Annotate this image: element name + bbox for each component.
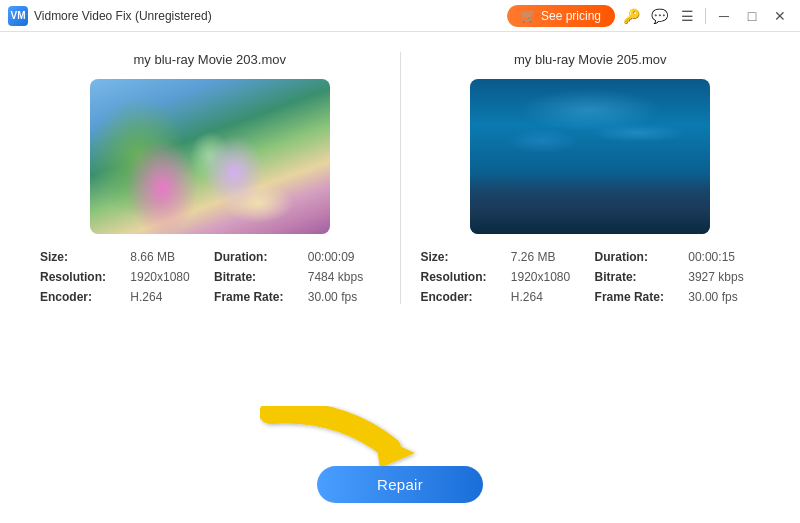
left-framerate-label: Frame Rate: [214,290,300,304]
titlebar-controls: 🛒 See pricing 🔑 💬 ☰ ─ □ ✕ [507,4,792,28]
app-logo: VM [8,6,28,26]
right-resolution-label: Resolution: [421,270,503,284]
left-encoder-value: H.264 [130,290,206,304]
main-content: my blu-ray Movie 203.mov Size: 8.66 MB D… [0,32,800,523]
right-framerate-label: Frame Rate: [595,290,681,304]
repair-button[interactable]: Repair [317,466,483,503]
left-meta: Size: 8.66 MB Duration: 00:00:09 Resolut… [30,250,390,304]
close-button[interactable]: ✕ [768,4,792,28]
right-size-value: 7.26 MB [511,250,587,264]
right-bitrate-label: Bitrate: [595,270,681,284]
maximize-button[interactable]: □ [740,4,764,28]
right-thumbnail [470,79,710,234]
titlebar-left: VM Vidmore Video Fix (Unregistered) [8,6,212,26]
left-duration-value: 00:00:09 [308,250,380,264]
key-icon: 🔑 [623,8,640,24]
right-meta: Size: 7.26 MB Duration: 00:00:15 Resolut… [411,250,771,304]
left-resolution-value: 1920x1080 [130,270,206,284]
left-thumbnail [90,79,330,234]
right-duration-label: Duration: [595,250,681,264]
left-size-label: Size: [40,250,122,264]
panel-divider [400,52,401,304]
message-button[interactable]: 💬 [647,4,671,28]
app-title: Vidmore Video Fix (Unregistered) [34,9,212,23]
left-resolution-label: Resolution: [40,270,122,284]
message-icon: 💬 [651,8,668,24]
left-duration-label: Duration: [214,250,300,264]
see-pricing-button[interactable]: 🛒 See pricing [507,5,615,27]
right-video-panel: my blu-ray Movie 205.mov Size: 7.26 MB D… [411,52,771,304]
bottom-area: Repair [30,403,770,503]
left-filename: my blu-ray Movie 203.mov [134,52,286,67]
separator [705,8,706,24]
cart-icon: 🛒 [521,9,536,23]
key-button[interactable]: 🔑 [619,4,643,28]
right-duration-value: 00:00:15 [688,250,760,264]
see-pricing-label: See pricing [541,9,601,23]
right-encoder-label: Encoder: [421,290,503,304]
right-size-label: Size: [421,250,503,264]
right-encoder-value: H.264 [511,290,587,304]
close-icon: ✕ [774,8,786,24]
videos-row: my blu-ray Movie 203.mov Size: 8.66 MB D… [30,52,770,304]
menu-button[interactable]: ☰ [675,4,699,28]
left-framerate-value: 30.00 fps [308,290,380,304]
maximize-icon: □ [748,8,756,24]
right-bitrate-value: 3927 kbps [688,270,760,284]
left-encoder-label: Encoder: [40,290,122,304]
titlebar: VM Vidmore Video Fix (Unregistered) 🛒 Se… [0,0,800,32]
left-video-panel: my blu-ray Movie 203.mov Size: 8.66 MB D… [30,52,390,304]
right-filename: my blu-ray Movie 205.mov [514,52,666,67]
left-bitrate-value: 7484 kbps [308,270,380,284]
minimize-button[interactable]: ─ [712,4,736,28]
left-bitrate-label: Bitrate: [214,270,300,284]
menu-icon: ☰ [681,8,694,24]
right-resolution-value: 1920x1080 [511,270,587,284]
right-framerate-value: 30.00 fps [688,290,760,304]
left-size-value: 8.66 MB [130,250,206,264]
minimize-icon: ─ [719,8,729,24]
